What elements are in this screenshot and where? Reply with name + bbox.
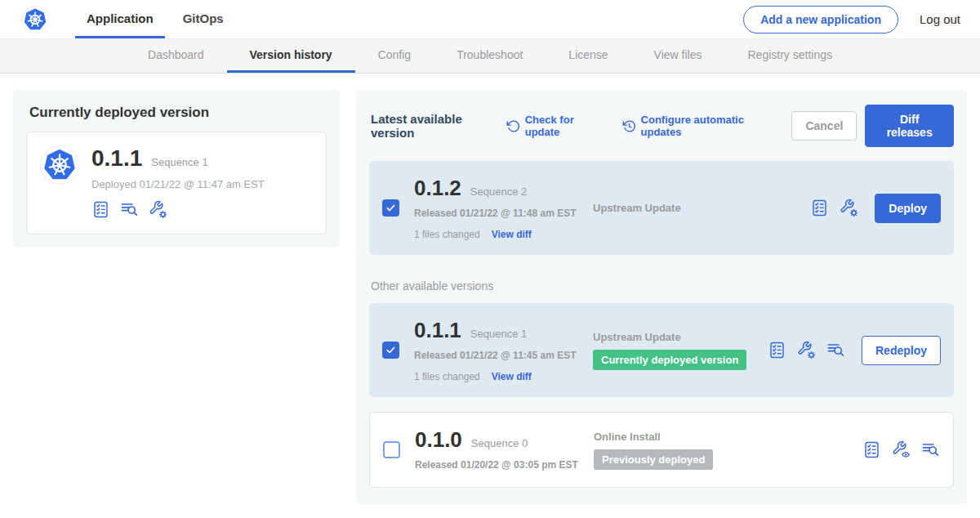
- wrench-gear-icon: [840, 199, 858, 217]
- version-row-0-1-1: 0.1.1 Sequence 1 Released 01/21/22 @ 11:…: [369, 303, 954, 397]
- version-source: Upstream Update: [581, 202, 810, 214]
- edit-config-button[interactable]: [797, 341, 816, 359]
- top-navigation-bar: Application GitOps Add a new application…: [0, 0, 980, 39]
- kubernetes-helm-wheel-icon: [40, 145, 79, 185]
- released-timestamp: Released 01/20/22 @ 03:05 pm EST: [415, 458, 582, 472]
- checklist-icon: [91, 200, 110, 219]
- version-source: Upstream Update Currently deployed versi…: [581, 331, 768, 370]
- check-for-update-label: Check for update: [525, 114, 601, 138]
- preflight-checks-button[interactable]: [862, 440, 881, 459]
- checklist-icon: [862, 440, 881, 459]
- tab-gitops[interactable]: GitOps: [172, 0, 235, 38]
- released-timestamp: Released 01/21/22 @ 11:45 am EST: [414, 348, 581, 363]
- logs-search-icon: [826, 341, 845, 359]
- app-tabs: Application GitOps: [75, 0, 242, 38]
- deployed-sequence-label: Sequence 1: [151, 156, 207, 168]
- add-new-application-button[interactable]: Add a new application: [743, 6, 898, 33]
- checklist-icon: [810, 199, 829, 217]
- tab-version-history[interactable]: Version history: [227, 39, 355, 73]
- version-select-checkbox[interactable]: [382, 199, 399, 217]
- cancel-button[interactable]: Cancel: [791, 111, 857, 141]
- refresh-ccw-icon: [506, 119, 520, 133]
- version-number: 0.1.0: [415, 427, 462, 453]
- version-number: 0.1.1: [414, 318, 461, 343]
- version-info: 0.1.2 Sequence 2 Released 01/21/22 @ 11:…: [414, 176, 581, 240]
- status-badge-previously-deployed: Previously deployed: [594, 449, 713, 470]
- other-versions-title: Other available versions: [371, 279, 952, 292]
- wrench-gear-icon: [149, 200, 167, 219]
- sequence-label: Sequence 1: [470, 328, 527, 340]
- version-row-0-1-0: 0.1.0 Sequence 0 Released 01/20/22 @ 03:…: [369, 412, 954, 488]
- source-label: Online Install: [594, 431, 862, 443]
- released-timestamp: Released 01/21/22 @ 11:48 am EST: [414, 206, 581, 221]
- version-source: Online Install Previously deployed: [582, 431, 862, 470]
- sequence-label: Sequence 2: [470, 185, 527, 198]
- edit-config-button[interactable]: [149, 200, 167, 219]
- edit-config-button[interactable]: [840, 199, 858, 217]
- tab-application[interactable]: Application: [75, 0, 165, 38]
- deployed-version-number: 0.1.1: [91, 145, 142, 172]
- logout-button[interactable]: Log out: [920, 12, 960, 26]
- diff-releases-button[interactable]: Diff releases: [865, 105, 954, 147]
- version-number: 0.1.2: [414, 176, 461, 201]
- source-label: Upstream Update: [593, 331, 768, 343]
- preflight-checks-button[interactable]: [768, 341, 786, 359]
- check-for-update-link[interactable]: Check for update: [506, 114, 601, 138]
- view-logs-button[interactable]: [826, 341, 845, 359]
- redeploy-button[interactable]: Redeploy: [862, 336, 941, 365]
- tab-config[interactable]: Config: [355, 39, 434, 73]
- view-logs-button[interactable]: [921, 440, 940, 459]
- version-row-0-1-2: 0.1.2 Sequence 2 Released 01/21/22 @ 11:…: [369, 161, 954, 255]
- files-changed-label: 1 files changed: [414, 229, 480, 240]
- version-history-page: Currently deployed version 0.1.1 Sequenc…: [0, 74, 980, 504]
- app-logo: [21, 0, 49, 38]
- version-select-checkbox[interactable]: [383, 441, 400, 458]
- clock-refresh-icon: [622, 119, 636, 133]
- view-config-button[interactable]: [892, 440, 911, 459]
- wrench-eye-icon: [892, 440, 911, 459]
- checkmark-icon: [385, 203, 396, 213]
- files-changed-label: 1 files changed: [414, 371, 480, 382]
- version-info: 0.1.1 Sequence 1 Released 01/21/22 @ 11:…: [414, 318, 581, 382]
- latest-available-title: Latest available version: [371, 112, 495, 140]
- topbar-right: Add a new application Log out: [743, 0, 960, 38]
- currently-deployed-panel: Currently deployed version 0.1.1 Sequenc…: [13, 90, 340, 248]
- view-diff-link[interactable]: View diff: [492, 371, 532, 382]
- configure-automatic-updates-link[interactable]: Configure automatic updates: [622, 114, 771, 138]
- checklist-icon: [768, 341, 786, 359]
- version-actions: Deploy: [810, 194, 941, 223]
- version-actions: [862, 440, 940, 459]
- latest-version-header: Latest available version Check for updat…: [369, 105, 954, 147]
- tab-license[interactable]: License: [546, 39, 630, 73]
- available-versions-panel: Latest available version Check for updat…: [356, 90, 967, 504]
- deployed-timestamp: Deployed 01/21/22 @ 11:47 am EST: [91, 178, 265, 190]
- tab-troubleshoot[interactable]: Troubleshoot: [434, 39, 546, 73]
- logs-search-icon: [921, 440, 940, 459]
- version-actions: Redeploy: [768, 336, 941, 365]
- preflight-checks-button[interactable]: [91, 200, 110, 219]
- source-label: Upstream Update: [593, 202, 810, 214]
- deploy-button[interactable]: Deploy: [875, 194, 941, 223]
- deployed-version-info: 0.1.1 Sequence 1 Deployed 01/21/22 @ 11:…: [91, 145, 265, 219]
- app-section-nav: Dashboard Version history Config Trouble…: [0, 39, 980, 74]
- app-icon-badge: [40, 145, 79, 219]
- version-info: 0.1.0 Sequence 0 Released 01/20/22 @ 03:…: [415, 427, 582, 472]
- tab-view-files[interactable]: View files: [631, 39, 725, 73]
- deployed-version-actions: [91, 200, 265, 219]
- currently-deployed-title: Currently deployed version: [29, 105, 327, 121]
- view-diff-link[interactable]: View diff: [492, 229, 532, 240]
- version-select-checkbox[interactable]: [382, 342, 399, 359]
- tab-dashboard[interactable]: Dashboard: [125, 39, 227, 73]
- logs-search-icon: [120, 200, 139, 219]
- checkmark-icon: [385, 345, 396, 355]
- wrench-gear-icon: [797, 341, 816, 359]
- preflight-checks-button[interactable]: [810, 199, 829, 217]
- deployed-version-card: 0.1.1 Sequence 1 Deployed 01/21/22 @ 11:…: [26, 132, 327, 234]
- status-badge-currently-deployed: Currently deployed version: [593, 350, 746, 370]
- configure-updates-label: Configure automatic updates: [641, 114, 771, 138]
- sequence-label: Sequence 0: [471, 437, 528, 449]
- kubernetes-helm-wheel-icon: [21, 6, 49, 33]
- view-logs-button[interactable]: [120, 200, 139, 219]
- tab-registry-settings[interactable]: Registry settings: [725, 39, 855, 73]
